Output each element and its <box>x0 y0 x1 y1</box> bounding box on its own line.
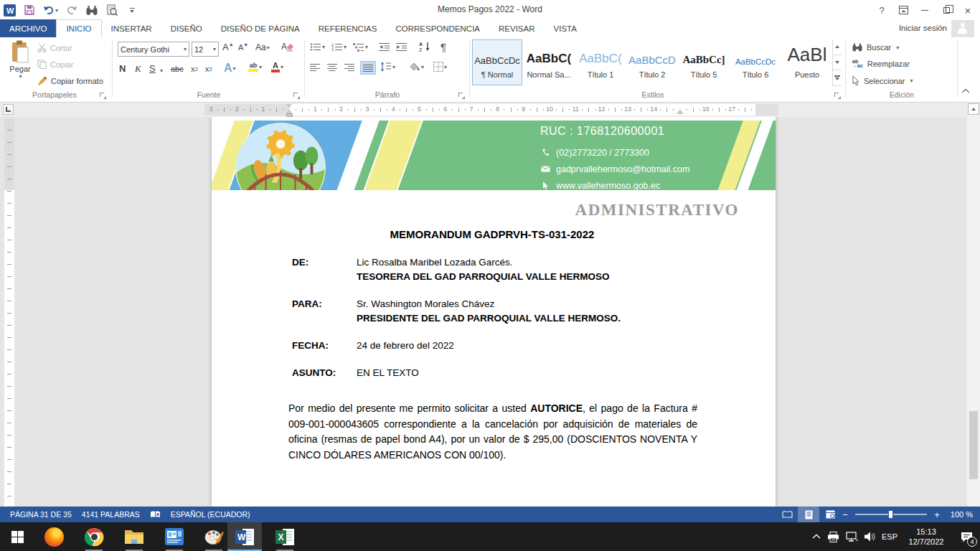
taskbar-excel[interactable]: X <box>268 522 302 551</box>
text-effects-button[interactable]: A▾ <box>224 62 236 75</box>
help-button[interactable]: ? <box>871 0 892 20</box>
collapse-ribbon-button[interactable] <box>961 88 970 95</box>
taskbar-chrome[interactable] <box>77 522 111 551</box>
underline-dropdown-arrow[interactable]: ▾ <box>160 67 163 74</box>
language-tray[interactable]: ESP <box>882 532 897 541</box>
line-spacing-button[interactable]: ▾ <box>380 62 395 72</box>
font-name-combo[interactable]: Century Gothi▾ <box>118 42 189 57</box>
right-indent-marker[interactable] <box>677 109 684 114</box>
proofing-status-icon[interactable] <box>150 510 161 519</box>
multilevel-list-button[interactable]: ▾ <box>353 42 368 52</box>
cut-button[interactable]: Cortar <box>37 43 72 52</box>
style-título-6[interactable]: AaBbCcDcTítulo 6 <box>730 39 781 85</box>
styles-scroll-up-button[interactable] <box>833 39 842 55</box>
zoom-out-button[interactable]: − <box>841 509 849 520</box>
restore-button[interactable] <box>936 0 957 20</box>
tab-insertar[interactable]: INSERTAR <box>102 19 161 37</box>
scrollbar-thumb[interactable] <box>969 411 978 479</box>
tab-referencias[interactable]: REFERENCIAS <box>309 19 387 37</box>
style-puesto[interactable]: AaBlPuesto <box>782 39 832 85</box>
taskbar-blue-app[interactable] <box>157 522 192 551</box>
clear-formatting-button[interactable]: A <box>281 41 293 52</box>
subscript-button[interactable]: x2 <box>191 65 198 73</box>
shrink-font-button[interactable]: A▼ <box>238 43 248 52</box>
font-size-combo[interactable]: 12▾ <box>192 42 219 57</box>
network-icon[interactable] <box>846 532 858 542</box>
highlight-button[interactable]: ab▾ <box>248 62 262 72</box>
print-layout-button[interactable] <box>798 507 819 522</box>
avatar[interactable] <box>951 20 974 39</box>
sort-button[interactable]: AZ <box>419 41 432 52</box>
style-título-2[interactable]: AaBbCcDTítulo 2 <box>627 39 677 85</box>
align-left-button[interactable] <box>310 63 321 72</box>
taskbar-word[interactable]: W <box>227 522 262 551</box>
zoom-in-button[interactable]: + <box>933 509 941 520</box>
borders-button[interactable]: ▾ <box>433 62 447 72</box>
tab-revisar[interactable]: REVISAR <box>489 19 545 37</box>
speaker-icon[interactable] <box>864 532 875 542</box>
clock[interactable]: 15:13 12/7/2022 <box>904 527 948 547</box>
taskbar-firefox[interactable] <box>37 522 71 551</box>
clipboard-dialog-launcher[interactable] <box>99 92 106 99</box>
zoom-slider-thumb[interactable] <box>888 510 893 519</box>
read-mode-button[interactable] <box>776 507 798 522</box>
first-line-indent-marker[interactable] <box>286 104 292 108</box>
web-layout-button[interactable] <box>819 507 841 522</box>
hidden-icons-chevron[interactable] <box>812 534 821 540</box>
style-título-5[interactable]: AaBbCc]Título 5 <box>679 39 729 85</box>
format-painter-button[interactable]: Copiar formato <box>37 76 103 85</box>
tab-inicio[interactable]: INICIO <box>56 19 101 37</box>
styles-dialog-launcher[interactable] <box>834 92 841 99</box>
tab-diseño[interactable]: DISEÑO <box>161 19 212 37</box>
justify-button[interactable] <box>360 61 376 75</box>
change-case-button[interactable]: Aa▾ <box>255 42 270 52</box>
style-normal[interactable]: AaBbCcDc¶ Normal <box>472 39 522 85</box>
decrease-indent-button[interactable] <box>379 42 390 52</box>
tab-vista[interactable]: VISTA <box>545 19 586 37</box>
taskbar-file-explorer[interactable] <box>117 522 151 551</box>
document-page[interactable]: RUC : 1768120600001 (02)2773220 / 277330… <box>212 117 776 507</box>
vertical-scrollbar[interactable] <box>967 103 980 507</box>
ribbon-display-options-button[interactable] <box>892 0 914 20</box>
replace-button[interactable]: ab→ac Reemplazar <box>852 60 910 68</box>
show-paragraph-marks-button[interactable]: ¶ <box>440 41 446 53</box>
styles-gallery-expand-button[interactable] <box>833 70 842 86</box>
taskbar-paint[interactable] <box>197 522 231 551</box>
styles-scroll-down-button[interactable] <box>833 55 842 71</box>
underline-button[interactable]: S <box>149 63 156 74</box>
vertical-ruler[interactable] <box>4 118 14 507</box>
horizontal-ruler[interactable]: 12312345678910111213141617 <box>204 104 778 116</box>
page-indicator[interactable]: PÁGINA 31 DE 35 <box>10 510 72 519</box>
tab-correspondencia[interactable]: CORRESPONDENCIA <box>386 19 489 37</box>
tab-stop-selector[interactable] <box>3 104 14 115</box>
action-center-button[interactable]: 4 <box>956 522 977 551</box>
grow-font-button[interactable]: A▲ <box>222 42 234 52</box>
superscript-button[interactable]: x2 <box>205 65 212 73</box>
italic-button[interactable]: K <box>135 63 141 75</box>
copy-button[interactable]: Copiar <box>37 60 73 69</box>
bullets-button[interactable]: ▾ <box>310 42 325 52</box>
font-color-button[interactable]: A▾ <box>271 61 283 72</box>
align-right-button[interactable] <box>344 63 355 72</box>
strikethrough-button[interactable]: abc <box>171 65 184 73</box>
word-count[interactable]: 4141 PALABRAS <box>82 510 140 519</box>
printer-icon[interactable] <box>827 532 839 542</box>
zoom-percentage[interactable]: 100 % <box>941 510 973 519</box>
style-título-1[interactable]: AaBbC(Título 1 <box>575 39 626 85</box>
tab-diseño-de-página[interactable]: DISEÑO DE PÁGINA <box>212 19 309 37</box>
find-menu-button[interactable]: Buscar▾ <box>852 43 899 52</box>
select-button[interactable]: Seleccionar▾ <box>852 76 913 85</box>
shading-button[interactable]: ▾ <box>409 62 424 72</box>
tab-archivo[interactable]: ARCHIVO <box>0 19 56 37</box>
align-center-button[interactable] <box>327 63 338 72</box>
language-indicator[interactable]: ESPAÑOL (ECUADOR) <box>171 510 250 519</box>
sign-in-link[interactable]: Iniciar sesión <box>899 24 947 32</box>
zoom-slider[interactable] <box>855 514 927 515</box>
numbering-button[interactable]: 123▾ <box>331 42 347 52</box>
bold-button[interactable]: N <box>119 63 126 74</box>
start-button[interactable] <box>0 522 34 551</box>
font-dialog-launcher[interactable] <box>293 92 300 99</box>
minimize-button[interactable] <box>914 0 936 20</box>
paste-dropdown-arrow[interactable]: ▾ <box>6 73 34 80</box>
scroll-up-button[interactable] <box>968 103 979 115</box>
